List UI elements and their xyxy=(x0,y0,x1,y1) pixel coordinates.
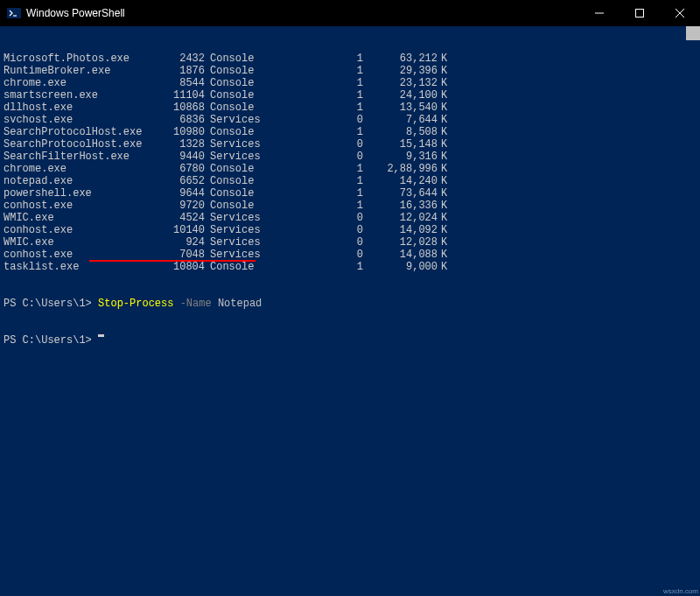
highlight-underline xyxy=(89,260,256,262)
process-pid: 8544 xyxy=(157,77,205,89)
window-title: Windows PowerShell xyxy=(26,7,579,19)
terminal-output[interactable]: Microsoft.Photos.exe2432Console163,212KR… xyxy=(0,26,700,596)
process-mem-unit: K xyxy=(438,102,447,114)
process-row: Microsoft.Photos.exe2432Console163,212K xyxy=(4,53,696,65)
process-pid: 924 xyxy=(157,236,205,249)
process-memory: 14,088 xyxy=(363,249,438,261)
process-session-num: 0 xyxy=(280,212,363,224)
svg-rect-0 xyxy=(7,8,21,18)
titlebar[interactable]: Windows PowerShell xyxy=(0,0,700,26)
process-mem-unit: K xyxy=(438,187,447,200)
process-name: notepad.exe xyxy=(4,175,157,187)
process-name: WMIC.exe xyxy=(4,236,157,249)
process-name: conhost.exe xyxy=(4,200,157,212)
process-session: Console xyxy=(205,261,280,273)
process-mem-unit: K xyxy=(438,200,447,212)
process-memory: 29,396 xyxy=(363,65,438,77)
process-pid: 10804 xyxy=(157,261,205,273)
process-session-num: 0 xyxy=(280,236,363,249)
process-pid: 6836 xyxy=(157,114,205,126)
process-session: Console xyxy=(205,187,280,200)
process-mem-unit: K xyxy=(438,224,447,236)
command-line-1: PS C:\Users\1> Stop-Process -Name Notepa… xyxy=(4,298,696,310)
process-pid: 4524 xyxy=(157,212,205,224)
process-memory: 14,240 xyxy=(363,175,438,187)
process-session-num: 0 xyxy=(280,114,363,126)
powershell-window: Windows PowerShell Microsoft.Photos.exe2… xyxy=(0,0,700,596)
process-mem-unit: K xyxy=(438,138,447,151)
process-session-num: 1 xyxy=(280,187,363,200)
process-mem-unit: K xyxy=(438,212,447,224)
process-session: Services xyxy=(205,212,280,224)
process-name: tasklist.exe xyxy=(4,261,157,273)
process-session-num: 0 xyxy=(280,138,363,151)
process-session-num: 1 xyxy=(280,53,363,65)
process-memory: 7,644 xyxy=(363,114,438,126)
process-row: SearchFilterHost.exe9440Services09,316K xyxy=(4,151,696,163)
process-pid: 6652 xyxy=(157,175,205,187)
process-name: conhost.exe xyxy=(4,249,157,261)
process-name: dllhost.exe xyxy=(4,102,157,114)
process-pid: 9440 xyxy=(157,151,205,163)
process-session-num: 1 xyxy=(280,65,363,77)
process-session: Services xyxy=(205,224,280,236)
cursor xyxy=(98,334,104,337)
process-row: dllhost.exe10868Console113,540K xyxy=(4,102,696,114)
process-session: Services xyxy=(205,114,280,126)
process-memory: 12,028 xyxy=(363,236,438,249)
process-session: Console xyxy=(205,65,280,77)
process-pid: 10980 xyxy=(157,126,205,138)
process-name: svchost.exe xyxy=(4,114,157,126)
process-session-num: 1 xyxy=(280,102,363,114)
process-session-num: 0 xyxy=(280,224,363,236)
process-row: SearchProtocolHost.exe1328Services015,14… xyxy=(4,138,696,151)
process-memory: 8,508 xyxy=(363,126,438,138)
minimize-button[interactable] xyxy=(579,0,620,26)
process-mem-unit: K xyxy=(438,89,447,102)
process-session-num: 0 xyxy=(280,249,363,261)
process-pid: 1876 xyxy=(157,65,205,77)
process-pid: 2432 xyxy=(157,53,205,65)
process-session-num: 1 xyxy=(280,77,363,89)
process-pid: 9720 xyxy=(157,200,205,212)
process-session-num: 1 xyxy=(280,163,363,175)
prompt-text: PS C:\Users\1> xyxy=(4,298,98,310)
process-session-num: 1 xyxy=(280,89,363,102)
process-memory: 23,132 xyxy=(363,77,438,89)
cmd-flag: -Name xyxy=(173,298,217,310)
process-mem-unit: K xyxy=(438,77,447,89)
process-name: RuntimeBroker.exe xyxy=(4,65,157,77)
process-memory: 9,316 xyxy=(363,151,438,163)
process-session-num: 1 xyxy=(280,261,363,273)
process-mem-unit: K xyxy=(438,163,447,175)
process-session: Console xyxy=(205,89,280,102)
process-memory: 15,148 xyxy=(363,138,438,151)
process-session: Console xyxy=(205,175,280,187)
process-pid: 10868 xyxy=(157,102,205,114)
process-row: svchost.exe6836Services07,644K xyxy=(4,114,696,126)
process-pid: 10140 xyxy=(157,224,205,236)
process-session: Console xyxy=(205,200,280,212)
scrollbar-thumb[interactable] xyxy=(686,26,700,40)
close-button[interactable] xyxy=(660,0,700,26)
process-row: WMIC.exe924Services012,028K xyxy=(4,236,696,249)
process-memory: 24,100 xyxy=(363,89,438,102)
process-pid: 1328 xyxy=(157,138,205,151)
maximize-button[interactable] xyxy=(620,0,660,26)
process-row: chrome.exe8544Console123,132K xyxy=(4,77,696,89)
process-name: WMIC.exe xyxy=(4,212,157,224)
process-row: powershell.exe9644Console173,644K xyxy=(4,187,696,200)
process-mem-unit: K xyxy=(438,175,447,187)
process-row: conhost.exe9720Console116,336K xyxy=(4,200,696,212)
process-session-num: 0 xyxy=(280,151,363,163)
command-line-2[interactable]: PS C:\Users\1> xyxy=(4,334,696,347)
process-name: powershell.exe xyxy=(4,187,157,200)
process-memory: 13,540 xyxy=(363,102,438,114)
process-row: chrome.exe6780Console12,88,996K xyxy=(4,163,696,175)
process-mem-unit: K xyxy=(438,249,447,261)
process-mem-unit: K xyxy=(438,53,447,65)
process-session-num: 1 xyxy=(280,126,363,138)
svg-rect-1 xyxy=(636,10,644,18)
process-session: Services xyxy=(205,151,280,163)
cmd-arg: Notepad xyxy=(218,298,262,310)
